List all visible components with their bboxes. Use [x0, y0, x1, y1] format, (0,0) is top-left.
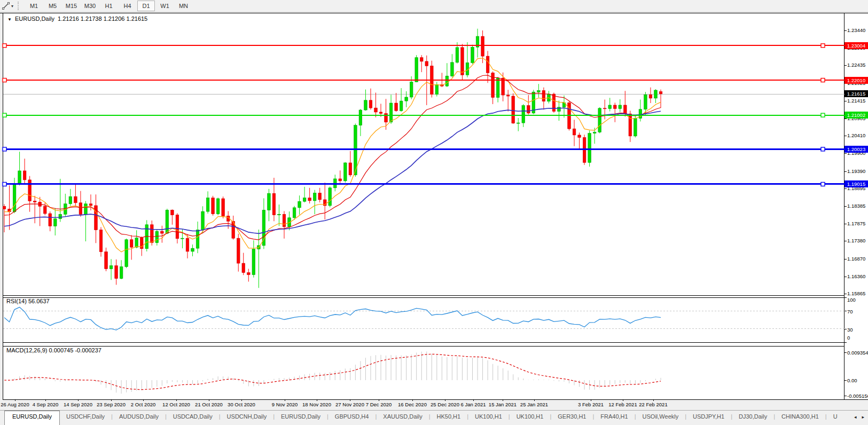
candle [486, 51, 489, 83]
price-tick-label: 1.22435 [847, 62, 868, 68]
candle [405, 91, 408, 107]
candle [323, 183, 326, 219]
candle [619, 99, 622, 112]
chart-tab-gbpusd-h4[interactable]: GBPUSD,H4 [329, 411, 376, 420]
candle [293, 206, 296, 220]
price-tick-label: 1.21415 [847, 98, 868, 104]
tab-scroll-left-icon[interactable]: ◂ [851, 413, 859, 421]
chart-title: ▼EURUSD,Daily 1.21216 1.21738 1.21206 1.… [7, 15, 147, 22]
tab-scroll-buttons: ◂ ▸ [848, 411, 867, 423]
rsi-tick-label: 30 [847, 327, 868, 333]
chart-tab-eurusd-daily[interactable]: EURUSD,Daily [4, 411, 60, 425]
candle [364, 90, 367, 111]
candle [18, 152, 21, 185]
candle [537, 84, 541, 97]
date-tick-label: 3 Feb 2021 [578, 402, 604, 407]
macd-signal-line [4, 354, 661, 389]
candle [548, 91, 551, 103]
date-tick-label: 23 Sep 2020 [97, 402, 126, 407]
chart-tab-uk100-h1[interactable]: UK100,H1 [468, 411, 509, 420]
chart-tab-china300-h1[interactable]: CHINA300,H1 [775, 411, 825, 420]
candle [110, 259, 113, 280]
macd-tick-label: 0.00 [847, 377, 868, 383]
tab-scroll-right-icon[interactable]: ▸ [859, 413, 867, 421]
candle [430, 61, 433, 98]
candle [38, 197, 42, 226]
candle [99, 227, 103, 256]
chart-tab-u[interactable]: U [827, 411, 844, 420]
price-tick-label: 1.19390 [847, 168, 868, 174]
candle [115, 259, 118, 285]
chart-tab-usdjpy-h1[interactable]: USDJPY,H1 [686, 411, 731, 420]
price-line-badge: 1.20023 [844, 146, 868, 153]
date-tick-label: 6 Jan 2021 [460, 402, 486, 407]
candle [395, 93, 398, 112]
candle [23, 159, 26, 185]
candle [496, 77, 499, 103]
chart-tab-eurusd-daily[interactable]: EURUSD,Daily [275, 411, 327, 420]
chart-tab-xauusd-daily[interactable]: XAUUSD,Daily [377, 411, 428, 420]
chart-canvas[interactable] [0, 0, 868, 425]
price-line-badge: 1.19015 [844, 180, 868, 187]
chart-tab-bar: EURUSD,DailyUSDCHF,Daily|AUDUSD,Daily|US… [0, 410, 868, 425]
candle [568, 101, 571, 131]
candle [308, 188, 311, 203]
price-tick-label: 1.17380 [847, 238, 868, 243]
mid-ma-line [4, 75, 661, 240]
candle [242, 253, 245, 276]
chart-tab-ger30-h1[interactable]: GER30,H1 [551, 411, 592, 420]
candle [598, 107, 601, 133]
date-tick-label: 30 Oct 2020 [228, 402, 255, 407]
candle [252, 240, 255, 278]
date-tick-label: 18 Nov 2020 [302, 402, 331, 407]
date-tick-label: 21 Oct 2020 [195, 402, 223, 407]
slow-ma-line [4, 108, 661, 233]
date-tick-label: 2 Oct 2020 [131, 402, 155, 407]
date-tick-label: 22 Feb 2021 [639, 402, 667, 407]
candle [59, 179, 62, 222]
chart-tab-usoil-weekly[interactable]: USOil,Weekly [636, 411, 685, 420]
candle [278, 204, 281, 226]
candle [28, 176, 32, 212]
chart-tab-uk100-h1[interactable]: UK100,H1 [510, 411, 550, 420]
candle [313, 190, 316, 215]
candle [389, 95, 393, 124]
candle [125, 239, 128, 268]
price-tick-label: 1.16360 [847, 273, 868, 279]
chart-tab-dj30-daily[interactable]: DJ30,Daily [732, 411, 773, 420]
candle [53, 208, 57, 235]
chart-tab-hk50-h1[interactable]: HK50,H1 [431, 411, 467, 420]
chart-tab-audusd-daily[interactable]: AUDUSD,Daily [113, 411, 165, 420]
candle [186, 234, 189, 258]
candle [659, 90, 662, 108]
chart-tab-usdchf-daily[interactable]: USDCHF,Daily [60, 411, 111, 420]
candle [13, 178, 16, 213]
candle [476, 29, 479, 58]
price-tick-label: 1.15865 [847, 290, 868, 296]
price-tick-label: 1.17875 [847, 221, 868, 226]
date-tick-label: 25 Dec 2020 [431, 402, 459, 407]
chart-tab-fra40-h1[interactable]: FRA40,H1 [594, 411, 634, 420]
candle [461, 44, 464, 80]
candle [466, 42, 469, 77]
candle [206, 191, 209, 214]
candle [558, 100, 561, 121]
current-price-badge: 1.21615 [844, 90, 868, 97]
candle [130, 235, 133, 259]
candle [191, 245, 194, 256]
candle [578, 132, 581, 149]
candle [400, 88, 403, 112]
rsi-tick-label: 0 [847, 335, 868, 341]
date-tick-label: 26 Aug 2020 [1, 402, 29, 407]
mt4-window: ▾ M1M5M15M30H1H4D1W1MN ▼EURUSD,Daily 1.2… [0, 0, 868, 425]
date-tick-label: 4 Sep 2020 [33, 402, 59, 407]
candle [283, 211, 286, 238]
candle [491, 72, 495, 104]
date-tick-label: 7 Dec 2020 [366, 402, 392, 407]
candle [415, 55, 418, 82]
candle [232, 216, 235, 240]
chart-tab-usdcnh-daily[interactable]: USDCNH,Daily [221, 411, 273, 420]
one-click-collapse-icon[interactable]: ▼ [7, 17, 12, 22]
macd-tick-label: -0.005156 [847, 393, 868, 399]
chart-tab-usdcad-daily[interactable]: USDCAD,Daily [167, 411, 219, 420]
